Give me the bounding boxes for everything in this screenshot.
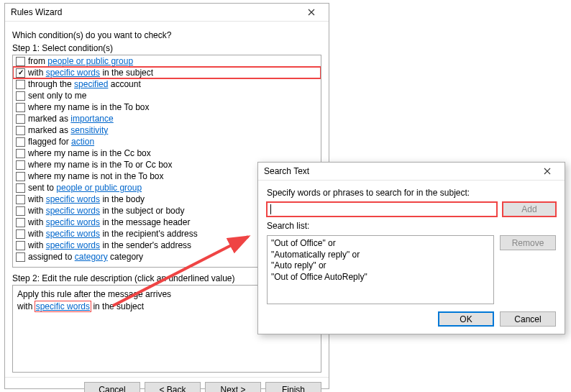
condition-row[interactable]: where my name is in the To box — [13, 101, 321, 113]
condition-link[interactable]: specific words — [46, 206, 100, 216]
search-list-label: Search list: — [267, 221, 556, 231]
condition-checkbox[interactable] — [16, 183, 25, 193]
condition-checkbox[interactable] — [16, 114, 25, 124]
condition-checkbox[interactable] — [16, 103, 25, 112]
condition-link[interactable]: specific words — [46, 68, 100, 78]
close-icon — [308, 9, 315, 16]
condition-text: with specific words in the recipient's a… — [28, 228, 198, 240]
next-button[interactable]: Next > — [205, 382, 261, 392]
search-list-item[interactable]: "Auto reply" or — [271, 260, 490, 272]
condition-text: flagged for action — [28, 136, 94, 147]
cancel-button[interactable]: Cancel — [84, 382, 140, 392]
condition-checkbox[interactable] — [16, 172, 25, 181]
step1-label: Step 1: Select condition(s) — [12, 43, 321, 53]
condition-text: through the specified account — [28, 78, 141, 90]
wizard-button-row: Cancel < Back Next > Finish — [5, 377, 329, 392]
input-row: Add — [267, 202, 556, 216]
condition-row[interactable]: sent only to me — [13, 90, 321, 101]
condition-text: sent only to me — [28, 90, 86, 101]
specific-words-link[interactable]: specific words — [35, 301, 91, 311]
condition-checkbox[interactable] — [16, 252, 25, 262]
window-title: Rules Wizard — [11, 7, 297, 17]
titlebar: Rules Wizard — [5, 4, 329, 22]
condition-checkbox[interactable] — [16, 206, 25, 216]
condition-checkbox[interactable] — [16, 80, 25, 89]
dialog-button-row: OK Cancel — [267, 311, 556, 327]
condition-link[interactable]: people or public group — [56, 183, 142, 193]
text-caret — [270, 204, 271, 214]
close-icon — [544, 168, 551, 175]
condition-text: with specific words in the sender's addr… — [28, 240, 191, 251]
condition-link[interactable]: action — [71, 137, 94, 147]
search-titlebar: Search Text — [258, 163, 565, 181]
condition-text: with specific words in the message heade… — [28, 216, 190, 228]
side-column: Remove — [500, 235, 556, 304]
search-body: Specify words or phrases to search for i… — [258, 181, 565, 334]
condition-text: with specific words in the subject — [28, 67, 153, 78]
condition-link[interactable]: specific words — [46, 194, 100, 204]
search-input[interactable] — [267, 202, 497, 216]
condition-link[interactable]: specified — [74, 79, 108, 89]
search-list-item[interactable]: "Automatically reply" or — [271, 250, 490, 261]
condition-checkbox[interactable] — [16, 149, 25, 158]
condition-row[interactable]: where my name is in the Cc box — [13, 147, 321, 159]
condition-checkbox[interactable] — [16, 137, 25, 147]
close-button[interactable] — [297, 4, 326, 21]
condition-checkbox[interactable] — [16, 91, 25, 101]
condition-link[interactable]: specific words — [46, 217, 100, 227]
condition-text: marked as importance — [28, 113, 114, 124]
condition-text: marked as sensitivity — [28, 124, 108, 136]
condition-checkbox[interactable] — [16, 218, 25, 227]
condition-link[interactable]: specific words — [46, 240, 100, 250]
add-button[interactable]: Add — [503, 202, 556, 216]
condition-checkbox[interactable] — [16, 126, 25, 135]
condition-checkbox[interactable] — [16, 68, 25, 78]
search-title: Search Text — [264, 166, 533, 176]
condition-checkbox[interactable] — [16, 241, 25, 250]
question-label: Which condition(s) do you want to check? — [12, 30, 321, 40]
condition-checkbox[interactable] — [16, 195, 25, 204]
condition-row[interactable]: flagged for action — [13, 136, 321, 147]
search-list[interactable]: "Out of Office" or"Automatically reply" … — [267, 235, 494, 304]
back-button[interactable]: < Back — [145, 382, 201, 392]
condition-row[interactable]: with specific words in the subject — [13, 67, 321, 78]
condition-checkbox[interactable] — [16, 229, 25, 239]
search-text-dialog: Search Text Specify words or phrases to … — [257, 162, 565, 334]
search-cancel-button[interactable]: Cancel — [500, 311, 556, 327]
remove-button[interactable]: Remove — [500, 235, 556, 250]
condition-checkbox[interactable] — [16, 57, 25, 66]
search-close-button[interactable] — [533, 163, 562, 180]
condition-text: sent to people or public group — [28, 182, 142, 193]
search-prompt: Specify words or phrases to search for i… — [267, 188, 556, 198]
condition-link[interactable]: category — [75, 252, 108, 262]
condition-checkbox[interactable] — [16, 160, 25, 170]
condition-text: assigned to category category — [28, 251, 143, 263]
condition-text: where my name is in the To or Cc box — [28, 159, 173, 170]
condition-link[interactable]: importance — [70, 114, 113, 124]
condition-link[interactable]: specific words — [46, 229, 100, 239]
condition-text: from people or public group — [28, 55, 133, 67]
condition-text: where my name is in the To box — [28, 101, 150, 113]
condition-text: where my name is not in the To box — [28, 170, 164, 182]
condition-text: with specific words in the body — [28, 193, 145, 205]
finish-button[interactable]: Finish — [265, 382, 321, 392]
search-list-item[interactable]: "Out of Office AutoReply" — [271, 272, 490, 283]
condition-text: with specific words in the subject or bo… — [28, 205, 184, 216]
condition-link[interactable]: people or public group — [47, 56, 133, 66]
ok-button[interactable]: OK — [438, 311, 494, 327]
condition-text: where my name is in the Cc box — [28, 147, 151, 159]
search-list-item[interactable]: "Out of Office" or — [271, 238, 490, 250]
condition-row[interactable]: through the specified account — [13, 78, 321, 90]
condition-row[interactable]: from people or public group — [13, 55, 321, 67]
condition-row[interactable]: marked as sensitivity — [13, 124, 321, 136]
condition-row[interactable]: marked as importance — [13, 113, 321, 124]
condition-link[interactable]: sensitivity — [70, 125, 108, 135]
